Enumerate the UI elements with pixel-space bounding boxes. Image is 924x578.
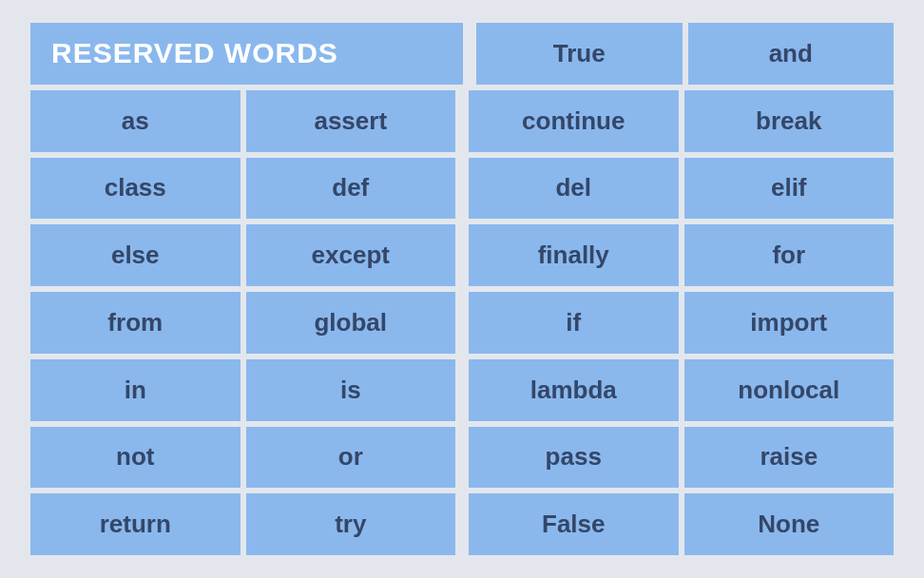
table-cell: raise <box>684 427 895 489</box>
table-header-row: RESERVED WORDS True and <box>30 23 894 85</box>
table-cell: or <box>246 427 456 489</box>
table-cell: def <box>246 158 456 220</box>
table-cell: except <box>246 224 456 286</box>
table-cell: elif <box>684 158 895 220</box>
table-row: from global if import <box>30 292 894 354</box>
table-cell: import <box>684 292 895 354</box>
table-cell: as <box>30 90 241 152</box>
table-row: else except finally for <box>30 224 894 286</box>
table-row: not or pass raise <box>30 427 894 489</box>
table-cell: not <box>30 427 241 489</box>
table-cell: class <box>30 158 241 220</box>
table-header-cell: True <box>476 23 683 85</box>
table-cell: return <box>30 493 241 555</box>
table-cell: break <box>684 90 895 152</box>
table-cell: del <box>469 158 679 220</box>
table-row: return try False None <box>30 493 894 555</box>
table-cell: continue <box>469 90 679 152</box>
table-cell: from <box>30 292 241 354</box>
table-row: in is lambda nonlocal <box>30 359 894 421</box>
table-cell: nonlocal <box>684 359 895 421</box>
table-cell: global <box>246 292 456 354</box>
table-row: as assert continue break <box>30 90 894 152</box>
table-row: class def del elif <box>30 158 894 220</box>
table-cell: try <box>246 493 456 555</box>
table-cell: in <box>30 359 241 421</box>
table-cell: is <box>246 359 456 421</box>
table-cell: lambda <box>469 359 679 421</box>
table-cell: False <box>469 493 679 555</box>
table-cell: if <box>469 292 679 354</box>
table-cell: for <box>684 224 895 286</box>
reserved-words-table: RESERVED WORDS True and as assert contin… <box>30 23 894 555</box>
table-header-cell: and <box>688 23 895 85</box>
table-cell: None <box>684 493 895 555</box>
table-cell: else <box>30 224 241 286</box>
table-cell: pass <box>469 427 679 489</box>
table-cell: assert <box>246 90 456 152</box>
table-cell: finally <box>469 224 679 286</box>
table-title: RESERVED WORDS <box>30 23 463 85</box>
